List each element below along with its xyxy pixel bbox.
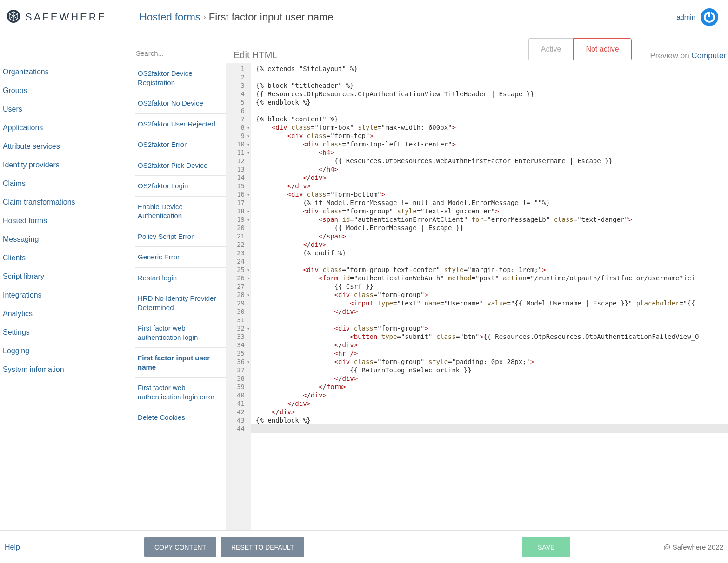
copyright: @ Safewhere 2022 xyxy=(663,543,723,551)
nav-item-settings[interactable]: Settings xyxy=(3,323,135,342)
brand: SAFEWHERE xyxy=(5,9,140,25)
nav-item-claims[interactable]: Claims xyxy=(3,174,135,193)
nav-item-users[interactable]: Users xyxy=(3,100,135,119)
form-list-item[interactable]: First factor web authentication login er… xyxy=(135,378,226,407)
form-list-item[interactable]: Generic Error xyxy=(135,247,226,268)
nav-item-integrations[interactable]: Integrations xyxy=(3,286,135,305)
nav-item-system-infomation[interactable]: System infomation xyxy=(3,360,135,379)
svg-rect-5 xyxy=(708,12,710,16)
form-list-item[interactable]: Delete Cookies xyxy=(135,407,226,428)
help-link[interactable]: Help xyxy=(5,543,140,551)
form-list-item[interactable]: First factor web authentication login xyxy=(135,318,226,348)
form-list-item[interactable]: OS2faktor Login xyxy=(135,176,226,197)
form-list-item[interactable]: Restart login xyxy=(135,268,226,289)
active-toggle: Active Not active xyxy=(528,38,632,60)
form-list-item[interactable]: OS2faktor User Rejected xyxy=(135,114,226,135)
form-list-item[interactable]: HRD No Identity Provider Determined xyxy=(135,288,226,318)
search-input[interactable] xyxy=(135,46,223,60)
nav-item-script-library[interactable]: Script library xyxy=(3,267,135,286)
nav-item-messaging[interactable]: Messaging xyxy=(3,230,135,249)
reset-to-default-button[interactable]: RESET TO DEFAULT xyxy=(221,537,304,557)
form-list-item[interactable]: Policy Script Error xyxy=(135,226,226,247)
user-name-link[interactable]: admin xyxy=(676,13,695,21)
nav-item-clients[interactable]: Clients xyxy=(3,249,135,267)
not-active-button[interactable]: Not active xyxy=(573,38,631,60)
breadcrumb-current: First factor input user name xyxy=(209,11,334,23)
left-nav: OrganizationsGroupsUsersApplicationsAttr… xyxy=(0,30,135,530)
preview-prefix: Preview on xyxy=(650,51,692,60)
form-list-item[interactable]: Enable Device Authentication xyxy=(135,197,226,226)
active-button[interactable]: Active xyxy=(528,38,574,60)
nav-item-applications[interactable]: Applications xyxy=(3,119,135,137)
form-list-item[interactable]: OS2faktor No Device xyxy=(135,93,226,114)
copy-content-button[interactable]: COPY CONTENT xyxy=(144,537,216,557)
nav-item-identity-providers[interactable]: Identity providers xyxy=(3,156,135,174)
nav-item-logging[interactable]: Logging xyxy=(3,342,135,360)
preview-label: Preview on Computer xyxy=(650,51,728,60)
form-list-item[interactable]: OS2faktor Error xyxy=(135,134,226,155)
preview-target-link[interactable]: Computer xyxy=(691,51,726,60)
nav-item-attribute-services[interactable]: Attribute services xyxy=(3,137,135,156)
nav-item-organizations[interactable]: Organizations xyxy=(3,63,135,81)
breadcrumb-link-hosted-forms[interactable]: Hosted forms xyxy=(140,11,200,23)
nav-item-groups[interactable]: Groups xyxy=(3,81,135,100)
code-editor[interactable]: 12345678▾9▾10▾11▾1213141516▾1718▾19▾2021… xyxy=(226,63,728,530)
nav-item-hosted-forms[interactable]: Hosted forms xyxy=(3,212,135,230)
form-list-item[interactable]: OS2faktor Device Registration xyxy=(135,63,226,93)
breadcrumb-separator: › xyxy=(203,12,206,22)
save-button[interactable]: SAVE xyxy=(522,537,570,557)
brand-text: SAFEWHERE xyxy=(25,11,107,23)
editor-title: Edit HTML xyxy=(234,50,519,60)
breadcrumb: Hosted forms › First factor input user n… xyxy=(140,11,676,23)
form-list-item[interactable]: OS2faktor Pick Device xyxy=(135,155,226,176)
nav-item-claim-transformations[interactable]: Claim transformations xyxy=(3,193,135,212)
brand-logo-icon xyxy=(7,9,25,25)
form-list-item[interactable]: First factor input user name xyxy=(135,348,226,378)
form-list[interactable]: OS2faktor Device RegistrationOS2faktor N… xyxy=(135,63,226,530)
nav-item-analytics[interactable]: Analytics xyxy=(3,305,135,323)
power-avatar-icon[interactable] xyxy=(700,8,719,26)
